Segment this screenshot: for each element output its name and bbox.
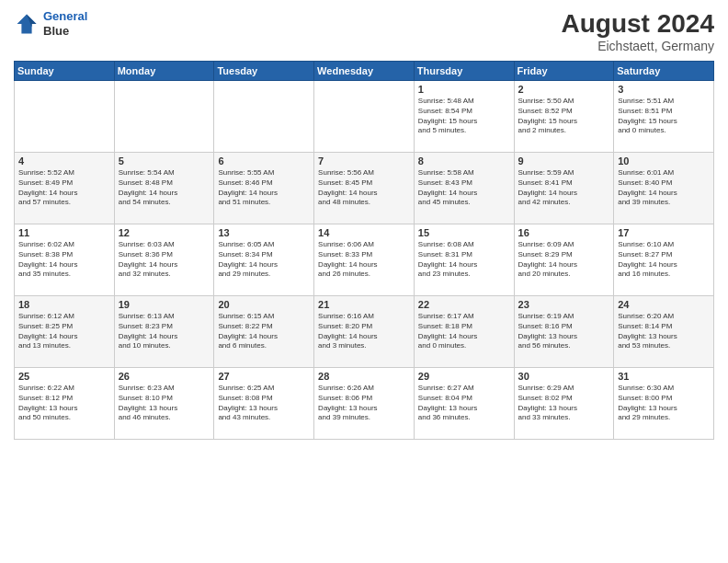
calendar-cell: 20Sunrise: 6:15 AM Sunset: 8:22 PM Dayli… — [214, 296, 314, 368]
day-number: 23 — [518, 299, 610, 310]
calendar-cell: 24Sunrise: 6:20 AM Sunset: 8:14 PM Dayli… — [614, 296, 714, 368]
calendar-cell: 12Sunrise: 6:03 AM Sunset: 8:36 PM Dayli… — [114, 224, 214, 296]
calendar-cell: 28Sunrise: 6:26 AM Sunset: 8:06 PM Dayli… — [314, 368, 415, 440]
day-number: 27 — [218, 371, 310, 382]
calendar-cell: 30Sunrise: 6:29 AM Sunset: 8:02 PM Dayli… — [514, 368, 614, 440]
header-wednesday: Wednesday — [314, 62, 415, 81]
day-info: Sunrise: 6:08 AM Sunset: 8:31 PM Dayligh… — [418, 240, 510, 280]
calendar-cell: 3Sunrise: 5:51 AM Sunset: 8:51 PM Daylig… — [614, 81, 714, 153]
day-info: Sunrise: 5:59 AM Sunset: 8:41 PM Dayligh… — [518, 168, 610, 208]
day-info: Sunrise: 6:22 AM Sunset: 8:12 PM Dayligh… — [18, 384, 110, 423]
day-info: Sunrise: 6:30 AM Sunset: 8:00 PM Dayligh… — [618, 384, 710, 423]
day-number: 28 — [318, 371, 410, 382]
day-number: 17 — [618, 227, 710, 238]
calendar-header-row: Sunday Monday Tuesday Wednesday Thursday… — [15, 62, 714, 81]
calendar-cell: 31Sunrise: 6:30 AM Sunset: 8:00 PM Dayli… — [614, 368, 714, 440]
calendar-cell: 25Sunrise: 6:22 AM Sunset: 8:12 PM Dayli… — [15, 368, 115, 440]
day-number: 11 — [18, 227, 110, 238]
header-monday: Monday — [114, 62, 214, 81]
day-number: 16 — [518, 227, 610, 238]
calendar-cell: 1Sunrise: 5:48 AM Sunset: 8:54 PM Daylig… — [414, 81, 514, 153]
day-number: 20 — [218, 299, 310, 310]
calendar-cell: 13Sunrise: 6:05 AM Sunset: 8:34 PM Dayli… — [214, 224, 314, 296]
calendar-cell: 8Sunrise: 5:58 AM Sunset: 8:43 PM Daylig… — [414, 153, 514, 224]
logo: General Blue — [14, 9, 87, 38]
calendar-cell: 16Sunrise: 6:09 AM Sunset: 8:29 PM Dayli… — [514, 224, 614, 296]
day-number: 31 — [618, 371, 710, 382]
location: Eichstaett, Germany — [562, 39, 715, 53]
calendar-cell: 11Sunrise: 6:02 AM Sunset: 8:38 PM Dayli… — [15, 224, 115, 296]
calendar-cell: 17Sunrise: 6:10 AM Sunset: 8:27 PM Dayli… — [614, 224, 714, 296]
day-info: Sunrise: 5:54 AM Sunset: 8:48 PM Dayligh… — [119, 168, 210, 208]
title-block: August 2024 Eichstaett, Germany — [562, 9, 715, 53]
calendar-cell: 27Sunrise: 6:25 AM Sunset: 8:08 PM Dayli… — [214, 368, 314, 440]
day-number: 4 — [18, 155, 110, 167]
calendar-week-5: 25Sunrise: 6:22 AM Sunset: 8:12 PM Dayli… — [15, 368, 714, 440]
day-number: 18 — [18, 299, 110, 310]
day-info: Sunrise: 6:02 AM Sunset: 8:38 PM Dayligh… — [18, 240, 110, 280]
day-number: 10 — [618, 155, 710, 167]
calendar-cell: 21Sunrise: 6:16 AM Sunset: 8:20 PM Dayli… — [314, 296, 415, 368]
day-info: Sunrise: 5:55 AM Sunset: 8:46 PM Dayligh… — [218, 168, 310, 208]
calendar-cell: 10Sunrise: 6:01 AM Sunset: 8:40 PM Dayli… — [614, 153, 714, 224]
calendar-cell: 15Sunrise: 6:08 AM Sunset: 8:31 PM Dayli… — [414, 224, 514, 296]
day-info: Sunrise: 6:13 AM Sunset: 8:23 PM Dayligh… — [119, 312, 210, 351]
day-info: Sunrise: 6:15 AM Sunset: 8:22 PM Dayligh… — [218, 312, 310, 351]
calendar-week-1: 1Sunrise: 5:48 AM Sunset: 8:54 PM Daylig… — [15, 81, 714, 153]
day-number: 8 — [418, 155, 510, 167]
calendar-week-3: 11Sunrise: 6:02 AM Sunset: 8:38 PM Dayli… — [15, 224, 714, 296]
day-number: 24 — [618, 299, 710, 310]
day-number: 25 — [18, 371, 110, 382]
calendar-cell: 26Sunrise: 6:23 AM Sunset: 8:10 PM Dayli… — [114, 368, 214, 440]
day-info: Sunrise: 6:05 AM Sunset: 8:34 PM Dayligh… — [218, 240, 310, 280]
day-info: Sunrise: 5:50 AM Sunset: 8:52 PM Dayligh… — [518, 97, 610, 136]
day-number: 26 — [119, 371, 210, 382]
day-number: 30 — [518, 371, 610, 382]
day-info: Sunrise: 5:58 AM Sunset: 8:43 PM Dayligh… — [418, 168, 510, 208]
day-info: Sunrise: 6:17 AM Sunset: 8:18 PM Dayligh… — [418, 312, 510, 351]
calendar-cell: 18Sunrise: 6:12 AM Sunset: 8:25 PM Dayli… — [15, 296, 115, 368]
logo-text: General Blue — [43, 9, 87, 38]
day-info: Sunrise: 6:19 AM Sunset: 8:16 PM Dayligh… — [518, 312, 610, 351]
calendar-cell — [214, 81, 314, 153]
day-number: 14 — [318, 227, 410, 238]
month-year: August 2024 — [562, 9, 715, 39]
day-number: 13 — [218, 227, 310, 238]
calendar-cell: 4Sunrise: 5:52 AM Sunset: 8:49 PM Daylig… — [15, 153, 115, 224]
calendar-cell: 7Sunrise: 5:56 AM Sunset: 8:45 PM Daylig… — [314, 153, 415, 224]
header-sunday: Sunday — [15, 62, 115, 81]
day-info: Sunrise: 6:16 AM Sunset: 8:20 PM Dayligh… — [318, 312, 410, 351]
day-info: Sunrise: 6:23 AM Sunset: 8:10 PM Dayligh… — [119, 384, 210, 423]
calendar-cell: 22Sunrise: 6:17 AM Sunset: 8:18 PM Dayli… — [414, 296, 514, 368]
day-number: 3 — [618, 84, 710, 95]
day-info: Sunrise: 5:56 AM Sunset: 8:45 PM Dayligh… — [318, 168, 410, 208]
day-info: Sunrise: 6:03 AM Sunset: 8:36 PM Dayligh… — [119, 240, 210, 280]
page-container: General Blue August 2024 Eichstaett, Ger… — [0, 0, 728, 563]
day-number: 21 — [318, 299, 410, 310]
calendar-cell: 2Sunrise: 5:50 AM Sunset: 8:52 PM Daylig… — [514, 81, 614, 153]
calendar-cell — [114, 81, 214, 153]
day-number: 9 — [518, 155, 610, 167]
day-info: Sunrise: 6:06 AM Sunset: 8:33 PM Dayligh… — [318, 240, 410, 280]
day-info: Sunrise: 5:52 AM Sunset: 8:49 PM Dayligh… — [18, 168, 110, 208]
calendar-table: Sunday Monday Tuesday Wednesday Thursday… — [14, 61, 714, 440]
calendar-cell: 14Sunrise: 6:06 AM Sunset: 8:33 PM Dayli… — [314, 224, 415, 296]
day-number: 12 — [119, 227, 210, 238]
day-number: 22 — [418, 299, 510, 310]
calendar-cell: 19Sunrise: 6:13 AM Sunset: 8:23 PM Dayli… — [114, 296, 214, 368]
header-thursday: Thursday — [414, 62, 514, 81]
day-info: Sunrise: 6:09 AM Sunset: 8:29 PM Dayligh… — [518, 240, 610, 280]
calendar-week-2: 4Sunrise: 5:52 AM Sunset: 8:49 PM Daylig… — [15, 153, 714, 224]
calendar-cell: 29Sunrise: 6:27 AM Sunset: 8:04 PM Dayli… — [414, 368, 514, 440]
day-info: Sunrise: 6:20 AM Sunset: 8:14 PM Dayligh… — [618, 312, 710, 351]
day-info: Sunrise: 5:48 AM Sunset: 8:54 PM Dayligh… — [418, 97, 510, 136]
header: General Blue August 2024 Eichstaett, Ger… — [14, 9, 714, 53]
day-info: Sunrise: 6:10 AM Sunset: 8:27 PM Dayligh… — [618, 240, 710, 280]
day-number: 6 — [218, 155, 310, 167]
logo-icon — [14, 11, 40, 37]
calendar-cell — [15, 81, 115, 153]
header-saturday: Saturday — [614, 62, 714, 81]
day-number: 7 — [318, 155, 410, 167]
day-number: 5 — [119, 155, 210, 167]
header-friday: Friday — [514, 62, 614, 81]
